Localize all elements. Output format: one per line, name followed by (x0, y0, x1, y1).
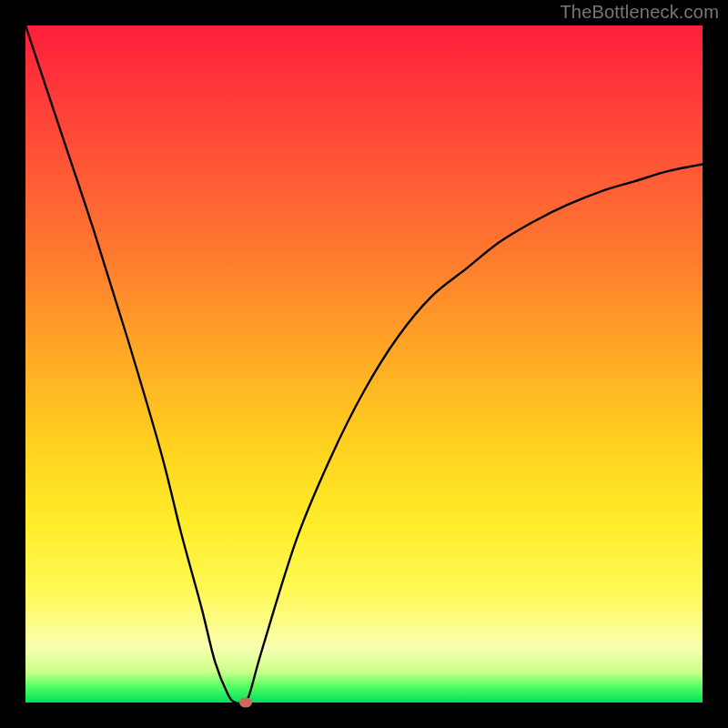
plot-area (25, 25, 703, 703)
minimum-marker-dot (239, 698, 252, 708)
watermark-text: TheBottleneck.com (560, 2, 719, 23)
chart-frame: TheBottleneck.com (0, 0, 728, 728)
bottleneck-curve (25, 25, 703, 703)
